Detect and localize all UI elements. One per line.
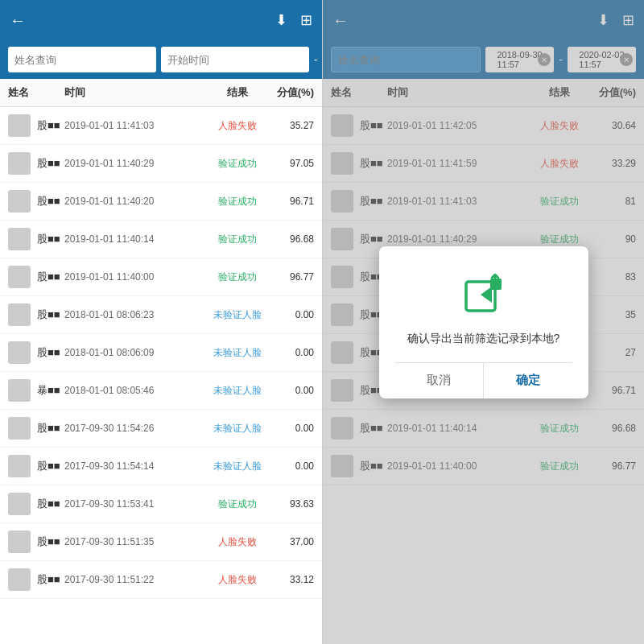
left-panel: ← ⬇ ⊞ - 姓名 时间 结果 分值(%) 股■■ 2019-01-01 11… [0, 0, 322, 644]
row-name: 股■■ [8, 493, 64, 515]
row-result: 验证成功 [209, 233, 266, 246]
row-name: 股■■ [8, 417, 64, 440]
row-score: 0.00 [266, 309, 314, 320]
row-score: 96.77 [266, 271, 314, 283]
row-score: 37.00 [266, 536, 314, 547]
row-score: 0.00 [266, 347, 314, 358]
row-time: 2017-09-30 11:54:14 [64, 460, 209, 472]
row-result: 验证成功 [209, 195, 266, 208]
avatar [8, 568, 31, 591]
export-dialog-icon [460, 270, 508, 319]
table-row[interactable]: 股■■ 2019-01-01 11:40:29 验证成功 97.05 [0, 145, 322, 183]
table-row[interactable]: 股■■ 2017-09-30 11:51:35 人脸失败 37.00 [0, 523, 322, 561]
table-row[interactable]: 股■■ 2017-09-30 11:53:41 验证成功 93.63 [0, 485, 322, 523]
table-row[interactable]: 股■■ 2019-01-01 11:40:14 验证成功 96.68 [0, 221, 322, 258]
table-row[interactable]: 暴■■ 2018-01-01 08:05:46 未验证人脸 0.00 [0, 372, 322, 410]
avatar [8, 417, 31, 440]
left-col-score: 分值(%) [266, 85, 314, 100]
avatar [8, 266, 31, 288]
export-dialog-message: 确认导出当前筛选记录到本地? [407, 332, 560, 346]
row-time: 2017-09-30 11:51:22 [64, 574, 209, 585]
row-time: 2019-01-01 11:40:14 [64, 233, 209, 245]
row-result: 验证成功 [209, 497, 266, 511]
right-panel: ← ⬇ ⊞ 2018-09-3011:57 ✕ - 2020-02-0211:5… [322, 0, 644, 644]
row-name: 股■■ [8, 114, 64, 137]
left-back-icon[interactable]: ← [10, 11, 26, 30]
row-name: 股■■ [8, 455, 64, 477]
row-score: 35.27 [266, 120, 314, 131]
row-time: 2019-01-01 11:40:00 [64, 271, 209, 283]
row-score: 93.63 [266, 498, 314, 510]
row-name: 股■■ [8, 228, 64, 250]
row-score: 96.71 [266, 196, 314, 207]
export-dialog-buttons: 取消 确定 [395, 362, 572, 398]
left-start-date[interactable] [161, 47, 309, 72]
table-row[interactable]: 股■■ 2018-01-01 08:06:09 未验证人脸 0.00 [0, 334, 322, 372]
row-time: 2018-01-01 08:06:23 [64, 309, 209, 320]
row-result: 人脸失败 [209, 573, 266, 587]
row-result: 验证成功 [209, 270, 266, 284]
left-col-name: 姓名 [8, 85, 64, 100]
row-score: 0.00 [266, 385, 314, 396]
left-date-sep: - [314, 53, 318, 66]
row-time: 2017-09-30 11:51:35 [64, 536, 209, 547]
row-result: 未验证人脸 [209, 384, 266, 398]
row-result: 未验证人脸 [209, 346, 266, 360]
left-table-body: 股■■ 2019-01-01 11:41:03 人脸失败 35.27 股■■ 2… [0, 107, 322, 644]
row-time: 2019-01-01 11:41:03 [64, 120, 209, 131]
left-header-icons: ⬇ ⊞ [275, 11, 312, 29]
left-grid-icon[interactable]: ⊞ [300, 11, 312, 29]
row-score: 0.00 [266, 423, 314, 434]
export-dialog: 确认导出当前筛选记录到本地? 取消 确定 [379, 246, 588, 398]
table-row[interactable]: 股■■ 2017-09-30 11:51:22 人脸失败 33.12 [0, 561, 322, 599]
avatar [8, 379, 31, 402]
row-name: 股■■ [8, 341, 64, 364]
left-download-icon[interactable]: ⬇ [275, 11, 287, 29]
table-row[interactable]: 股■■ 2018-01-01 08:06:23 未验证人脸 0.00 [0, 296, 322, 334]
table-row[interactable]: 股■■ 2019-01-01 11:41:03 人脸失败 35.27 [0, 107, 322, 145]
table-row[interactable]: 股■■ 2019-01-01 11:40:20 验证成功 96.71 [0, 183, 322, 221]
left-col-result: 结果 [209, 85, 266, 100]
table-row[interactable]: 股■■ 2019-01-01 11:40:00 验证成功 96.77 [0, 258, 322, 296]
row-time: 2018-01-01 08:06:09 [64, 347, 209, 358]
row-name: 股■■ [8, 190, 64, 213]
row-name: 股■■ [8, 303, 64, 326]
row-result: 人脸失败 [209, 535, 266, 549]
row-name: 股■■ [8, 266, 64, 288]
avatar [8, 114, 31, 137]
avatar [8, 190, 31, 213]
export-dialog-overlay: 确认导出当前筛选记录到本地? 取消 确定 [323, 0, 644, 644]
avatar [8, 341, 31, 364]
avatar [8, 152, 31, 175]
left-col-time: 时间 [64, 85, 209, 100]
row-score: 33.12 [266, 574, 314, 585]
avatar [8, 228, 31, 250]
row-time: 2017-09-30 11:54:26 [64, 423, 209, 434]
avatar [8, 530, 31, 553]
left-table-header: 姓名 时间 结果 分值(%) [0, 79, 322, 107]
row-time: 2019-01-01 11:40:29 [64, 158, 209, 169]
row-result: 人脸失败 [209, 119, 266, 133]
export-cancel-button[interactable]: 取消 [395, 363, 485, 398]
left-header: ← ⬇ ⊞ [0, 0, 322, 40]
avatar [8, 493, 31, 515]
row-name: 暴■■ [8, 379, 64, 402]
table-row[interactable]: 股■■ 2017-09-30 11:54:26 未验证人脸 0.00 [0, 410, 322, 448]
row-score: 96.68 [266, 233, 314, 245]
left-name-search[interactable] [8, 47, 156, 72]
row-result: 验证成功 [209, 157, 266, 171]
row-score: 97.05 [266, 158, 314, 169]
row-result: 未验证人脸 [209, 308, 266, 322]
row-name: 股■■ [8, 568, 64, 591]
avatar [8, 455, 31, 477]
row-name: 股■■ [8, 152, 64, 175]
row-time: 2018-01-01 08:05:46 [64, 385, 209, 396]
row-name: 股■■ [8, 530, 64, 553]
avatar [8, 303, 31, 326]
table-row[interactable]: 股■■ 2017-09-30 11:54:14 未验证人脸 0.00 [0, 448, 322, 485]
row-result: 未验证人脸 [209, 422, 266, 436]
row-time: 2017-09-30 11:53:41 [64, 498, 209, 510]
export-confirm-button[interactable]: 确定 [484, 363, 572, 398]
left-search-bar: - [0, 40, 322, 79]
row-score: 0.00 [266, 460, 314, 472]
